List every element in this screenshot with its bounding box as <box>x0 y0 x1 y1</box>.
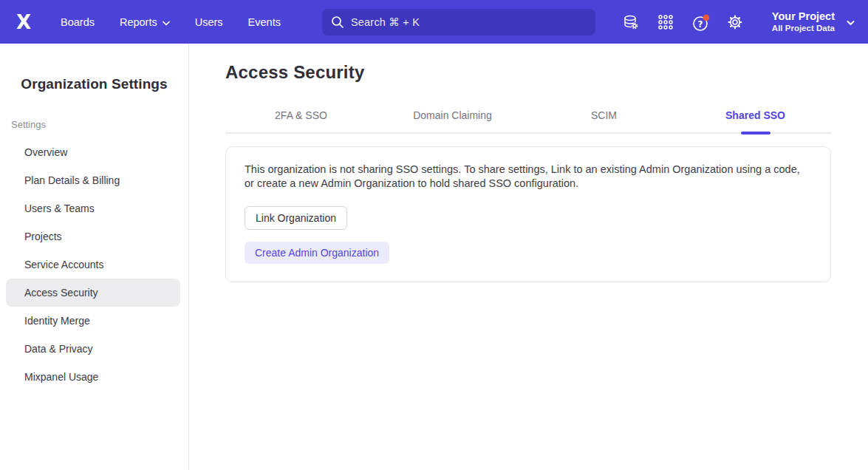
mixpanel-logo[interactable]: X <box>12 10 35 34</box>
tab-bar: 2FA & SSO Domain Claiming SCIM Shared SS… <box>225 109 831 134</box>
nav-events[interactable]: Events <box>248 16 281 28</box>
sidebar-item-users-teams[interactable]: Users & Teams <box>6 194 180 222</box>
tab-domain-claiming[interactable]: Domain Claiming <box>377 109 528 132</box>
sidebar-item-overview[interactable]: Overview <box>6 138 180 166</box>
settings-sidebar: Organization Settings Settings Overview … <box>0 44 189 470</box>
create-admin-organization-row: Create Admin Organization <box>245 242 808 264</box>
project-name: Your Project <box>772 10 835 23</box>
tab-shared-sso-label: Shared SSO <box>725 109 785 121</box>
chevron-down-icon <box>847 16 855 29</box>
nav-boards[interactable]: Boards <box>61 16 95 28</box>
data-management-icon[interactable] <box>623 14 639 30</box>
sidebar-item-mixpanel-usage[interactable]: Mixpanel Usage <box>6 363 180 391</box>
nav-events-label: Events <box>248 16 281 28</box>
page-title: Access Security <box>225 62 868 83</box>
nav-users[interactable]: Users <box>195 16 223 28</box>
primary-nav: Boards Reports Users Events <box>61 16 281 28</box>
search-box[interactable] <box>322 9 595 35</box>
search-icon <box>331 16 344 29</box>
sidebar-section-label: Settings <box>11 119 188 130</box>
link-organization-row: Link Organization <box>245 206 808 230</box>
top-nav: X Boards Reports Users Events <box>0 0 868 44</box>
nav-reports-label: Reports <box>120 16 157 28</box>
create-admin-organization-button[interactable]: Create Admin Organization <box>245 242 389 264</box>
svg-text:X: X <box>16 11 31 33</box>
shared-sso-description: This organization is not sharing SSO set… <box>245 163 807 191</box>
sidebar-title: Organization Settings <box>0 76 188 92</box>
apps-grid-icon[interactable] <box>657 14 674 30</box>
sidebar-item-access-security[interactable]: Access Security <box>6 279 180 307</box>
tab-shared-sso[interactable]: Shared SSO <box>680 109 831 132</box>
sidebar-item-plan-details-billing[interactable]: Plan Details & Billing <box>6 166 180 194</box>
nav-boards-label: Boards <box>61 16 95 28</box>
active-tab-underline <box>741 132 770 134</box>
help-icon[interactable]: ? <box>692 14 708 30</box>
nav-right: ? Your Proj <box>623 10 855 34</box>
tab-2fa-sso[interactable]: 2FA & SSO <box>225 109 377 132</box>
search-input[interactable] <box>351 16 587 28</box>
svg-text:?: ? <box>697 18 703 29</box>
settings-gear-icon[interactable] <box>727 14 743 30</box>
project-meta: Your Project All Project Data <box>772 10 835 34</box>
nav-reports[interactable]: Reports <box>120 16 170 28</box>
content-shell: Organization Settings Settings Overview … <box>0 44 868 470</box>
shared-sso-card: This organization is not sharing SSO set… <box>225 146 831 282</box>
chevron-down-icon <box>163 16 170 28</box>
project-switcher[interactable]: Your Project All Project Data <box>772 10 855 34</box>
link-organization-button[interactable]: Link Organization <box>245 206 347 230</box>
sidebar-item-projects[interactable]: Projects <box>6 222 180 251</box>
main-content: Access Security 2FA & SSO Domain Claimin… <box>189 44 868 470</box>
sidebar-item-identity-merge[interactable]: Identity Merge <box>6 307 180 335</box>
sidebar-item-data-privacy[interactable]: Data & Privacy <box>6 335 180 363</box>
sidebar-item-service-accounts[interactable]: Service Accounts <box>6 251 180 279</box>
sidebar-list: Overview Plan Details & Billing Users & … <box>0 138 188 391</box>
tab-scim[interactable]: SCIM <box>528 109 680 132</box>
project-subtitle: All Project Data <box>772 23 835 33</box>
nav-users-label: Users <box>195 16 223 28</box>
